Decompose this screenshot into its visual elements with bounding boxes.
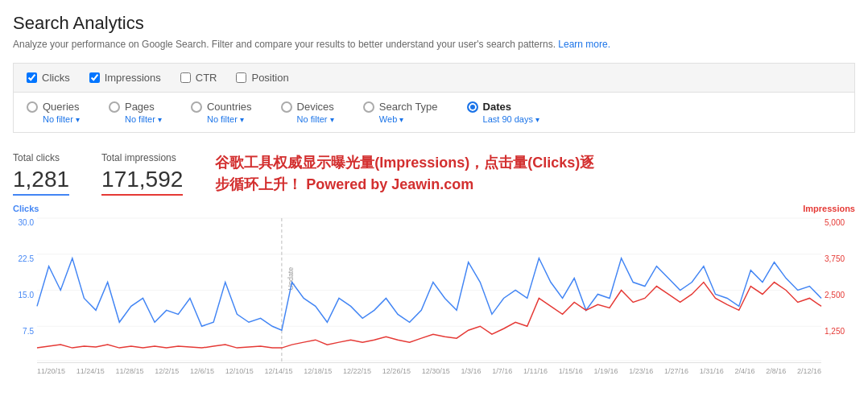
total-impressions-label: Total impressions [101,152,183,163]
metrics-bar: Clicks Impressions CTR Position [13,63,855,93]
queries-filter[interactable]: Queries No filter ▾ [27,101,80,124]
devices-radio[interactable] [281,101,292,113]
subtitle: Analyze your performance on Google Searc… [13,39,855,50]
clicks-label: Clicks [42,72,70,84]
dates-radio[interactable] [467,101,478,113]
total-clicks-block: Total clicks 1,281 [13,152,69,196]
pages-filter[interactable]: Pages No filter ▾ [109,101,162,124]
chart-axis-label-right: Impressions [803,204,855,213]
total-clicks-value: 1,281 [13,167,69,196]
ctr-label: CTR [196,72,217,84]
queries-radio[interactable] [27,101,38,113]
stats-section: Total clicks 1,281 Total impressions 171… [13,152,183,196]
chart-area: Update [37,218,821,363]
queries-filter-sub[interactable]: No filter ▾ [43,114,80,124]
position-checkbox[interactable] [236,72,246,83]
ctr-checkbox[interactable] [180,72,191,83]
countries-radio[interactable] [191,101,202,113]
search-type-filter-sub[interactable]: Web ▾ [379,114,403,124]
chart-y-left: 30.0 22.5 15.0 7.5 [13,218,37,363]
devices-filter-sub[interactable]: No filter ▾ [297,114,334,124]
countries-filter-label: Countries [207,101,252,113]
chart-section: Clicks Impressions 30.0 22.5 15.0 7.5 5,… [13,218,855,379]
devices-filter[interactable]: Devices No filter ▾ [281,101,334,124]
impressions-metric[interactable]: Impressions [89,72,161,84]
pages-filter-label: Pages [125,101,155,113]
dates-filter[interactable]: Dates Last 90 days ▾ [467,101,539,124]
countries-filter-sub[interactable]: No filter ▾ [207,114,244,124]
chart-x-labels: 11/20/15 11/24/15 11/28/15 12/2/15 12/6/… [37,363,821,379]
learn-more-link[interactable]: Learn more. [558,39,610,50]
search-type-filter[interactable]: Search Type Web ▾ [363,101,438,124]
dates-filter-sub[interactable]: Last 90 days ▾ [483,114,539,124]
position-label: Position [251,72,288,84]
clicks-line [37,258,821,331]
chart-container: 30.0 22.5 15.0 7.5 5,000 3,750 2,500 1,2… [13,218,855,379]
filter-bar: Queries No filter ▾ Pages No filter ▾ Co… [13,93,855,133]
ctr-metric[interactable]: CTR [180,72,217,84]
page-title: Search Analytics [13,13,855,34]
pages-filter-sub[interactable]: No filter ▾ [125,114,162,124]
search-type-radio[interactable] [363,101,374,113]
total-impressions-block: Total impressions 171,592 [101,152,183,196]
chart-y-right: 5,000 3,750 2,500 1,250 [821,218,855,363]
countries-filter[interactable]: Countries No filter ▾ [191,101,252,124]
impressions-label: Impressions [105,72,161,84]
annotation-text: 谷歌工具权威显示曝光量(Impressions)，点击量(Clicks)逐 步循… [215,152,594,196]
chart-axis-label-left: Clicks [13,204,39,213]
devices-filter-label: Devices [297,101,334,113]
position-metric[interactable]: Position [236,72,288,84]
total-impressions-value: 171,592 [101,167,183,196]
svg-text:Update: Update [287,267,295,291]
queries-filter-label: Queries [43,101,80,113]
clicks-metric[interactable]: Clicks [27,72,70,84]
total-clicks-label: Total clicks [13,152,69,163]
impressions-checkbox[interactable] [89,72,100,83]
search-type-filter-label: Search Type [379,101,438,113]
clicks-checkbox[interactable] [27,72,37,83]
pages-radio[interactable] [109,101,120,113]
dates-filter-label: Dates [483,101,511,113]
chart-svg: Update [37,218,821,362]
